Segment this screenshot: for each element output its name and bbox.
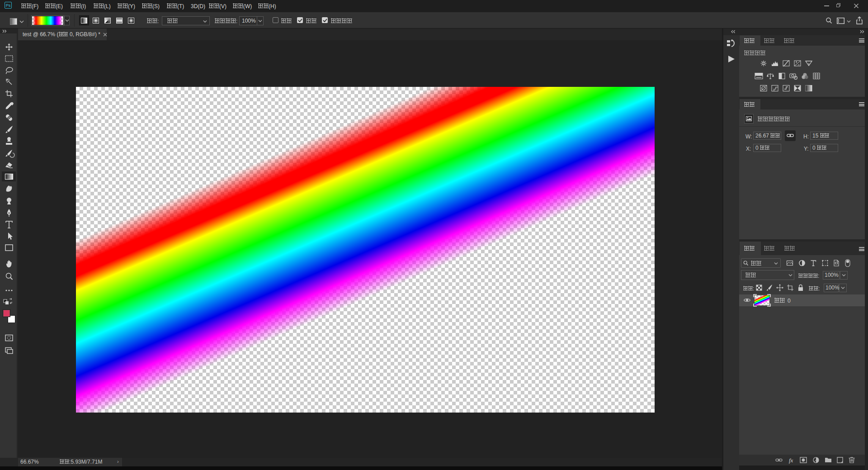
svg-text:fx: fx xyxy=(789,457,793,464)
